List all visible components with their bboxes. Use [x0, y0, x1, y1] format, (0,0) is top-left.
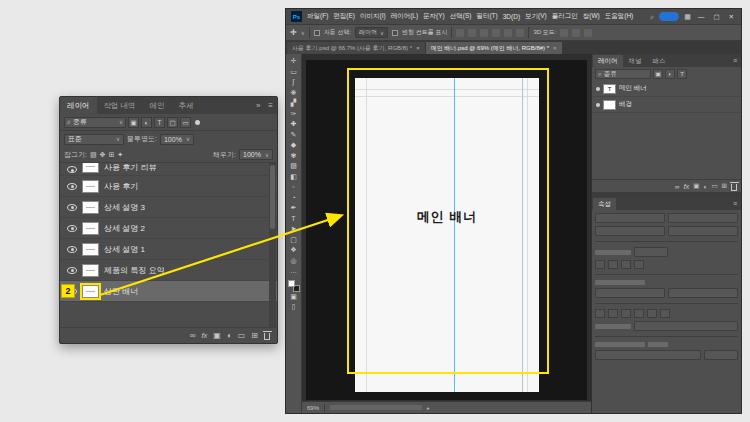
layer-thumbnail[interactable]: T	[603, 84, 616, 94]
menu-layer[interactable]: 레이어(L)	[391, 12, 418, 21]
property-field[interactable]	[595, 288, 665, 298]
filter-shape-layers-icon[interactable]: ▢	[167, 117, 178, 128]
layer-row[interactable]: T 메인 배너	[592, 81, 741, 97]
3d-mode-icon[interactable]	[572, 29, 580, 37]
layer-thumbnail[interactable]	[82, 222, 99, 235]
visibility-eye-icon[interactable]	[596, 103, 600, 107]
document-tab-main-banner[interactable]: 메인 배너.psd @ 69% (메인 배너, RGB/8#) * ×	[426, 42, 562, 54]
layer-row[interactable]: 상세 설명 3	[60, 197, 277, 218]
menu-image[interactable]: 이미지(I)	[360, 12, 386, 21]
property-icon-button[interactable]	[608, 260, 618, 269]
property-icon-button[interactable]	[621, 260, 631, 269]
layer-list-scrollbar[interactable]	[269, 163, 276, 327]
filter-type-layers-icon[interactable]: T	[154, 117, 165, 128]
x-field[interactable]	[595, 226, 665, 236]
spot-healing-tool[interactable]: ✚	[286, 119, 301, 130]
tool-preset-caret-icon[interactable]: ∨	[301, 30, 305, 36]
filter-type-layers-icon[interactable]: T	[677, 69, 687, 79]
layer-row[interactable]: 사용 후기 리뷰	[60, 163, 277, 176]
tab-close-icon[interactable]: ×	[553, 45, 557, 51]
close-button[interactable]: ✕	[727, 13, 736, 21]
eyedropper-tool[interactable]: ✑	[286, 109, 301, 120]
eraser-tool[interactable]: ▨	[286, 161, 301, 172]
auto-select-checkbox[interactable]	[314, 30, 320, 36]
width-field[interactable]	[595, 213, 665, 223]
zoom-level[interactable]: 69%	[307, 405, 319, 411]
align-right-icon[interactable]	[480, 29, 488, 37]
new-group-icon[interactable]: ▭	[238, 331, 246, 340]
blur-tool[interactable]: ◦	[286, 182, 301, 193]
gradient-tool[interactable]: ◧	[286, 172, 301, 183]
filter-pixel-layers-icon[interactable]: ▣	[653, 69, 663, 79]
tab-3[interactable]: 메인	[143, 97, 172, 114]
status-caret-icon[interactable]: ▸	[427, 405, 430, 411]
lock-transparency-icon[interactable]: ▨	[90, 151, 97, 159]
menu-file[interactable]: 파일(F)	[307, 12, 328, 21]
layer-filter-select[interactable]: ⌕ 종류	[595, 69, 651, 79]
layer-name[interactable]: 사용 후기	[104, 181, 138, 192]
filter-adjustment-layers-icon[interactable]: ◐	[141, 117, 152, 128]
maximize-button[interactable]: ▢	[711, 13, 721, 21]
align-center-icon[interactable]	[468, 29, 476, 37]
new-layer-icon[interactable]: ⊞	[251, 331, 258, 340]
align-top-icon[interactable]	[492, 29, 500, 37]
property-field[interactable]	[668, 288, 738, 298]
layer-name[interactable]: 메인 배너	[619, 84, 647, 93]
visibility-eye-icon[interactable]	[67, 267, 77, 274]
move-tool[interactable]: ✛	[286, 56, 301, 67]
menu-select[interactable]: 선택(S)	[450, 12, 472, 21]
3d-mode-icon[interactable]	[584, 29, 592, 37]
layer-thumbnail[interactable]	[82, 243, 99, 256]
screen-mode-icon[interactable]: ▯	[286, 302, 301, 313]
search-icon[interactable]: ⌕	[650, 13, 654, 21]
document-tab-review[interactable]: 사용 후기.psd @ 66.7% (사용 후기, RGB/8) * ×	[287, 42, 425, 54]
visibility-eye-icon[interactable]	[67, 166, 77, 173]
opacity-input[interactable]: 100% ∨	[160, 134, 194, 145]
shape-tool[interactable]: ▢	[286, 235, 301, 246]
filter-adjustment-layers-icon[interactable]: ◐	[665, 69, 675, 79]
workspace-icon[interactable]: ▦	[684, 13, 691, 21]
filter-smart-object-icon[interactable]: ▭	[180, 117, 191, 128]
property-field[interactable]	[634, 321, 738, 331]
pen-tool[interactable]: ✒	[286, 203, 301, 214]
adjustment-layer-icon[interactable]: ◐	[703, 183, 707, 190]
clone-stamp-tool[interactable]: ◆	[286, 140, 301, 151]
share-button[interactable]	[659, 12, 679, 21]
layer-name[interactable]: 제품의 특징 요약	[104, 265, 164, 276]
delete-layer-icon[interactable]	[731, 184, 737, 191]
brush-tool[interactable]: ✎	[286, 130, 301, 141]
layer-effects-icon[interactable]: fx	[683, 182, 689, 191]
layer-name[interactable]: 상세 설명 2	[104, 223, 145, 234]
layer-row[interactable]: 상세 설명 2	[60, 218, 277, 239]
height-field[interactable]	[668, 213, 738, 223]
property-field[interactable]	[634, 247, 668, 257]
new-group-icon[interactable]: ▭	[711, 182, 717, 190]
property-icon-button[interactable]	[595, 260, 605, 269]
tab-properties[interactable]: 속성	[593, 198, 616, 210]
color-swatches[interactable]	[288, 280, 300, 292]
visibility-eye-icon[interactable]	[67, 246, 77, 253]
lock-all-icon[interactable]: ✦	[117, 151, 123, 159]
new-layer-icon[interactable]: ⊞	[722, 182, 727, 190]
panel-menu-icon[interactable]: ≡	[264, 97, 277, 114]
blend-mode-select[interactable]: 표준 ∨	[64, 134, 124, 145]
lasso-tool[interactable]: ∫	[286, 77, 301, 88]
layer-name[interactable]: 상단 배너	[104, 286, 138, 297]
layer-row[interactable]: 상세 설명 1	[60, 239, 277, 260]
visibility-eye-icon[interactable]	[596, 87, 600, 91]
dodge-tool[interactable]: ◔	[286, 193, 301, 204]
tab-4[interactable]: 추세	[172, 97, 201, 114]
visibility-eye-icon[interactable]	[67, 225, 77, 232]
3d-mode-icon[interactable]	[560, 29, 568, 37]
align-icon-button[interactable]	[634, 309, 644, 318]
tab-history[interactable]: 작업 내역	[97, 97, 143, 114]
filter-toggle-icon[interactable]	[195, 120, 200, 125]
panel-menu-icon[interactable]: ≡	[733, 55, 739, 67]
align-icon-button[interactable]	[647, 309, 657, 318]
align-icon-button[interactable]	[608, 309, 618, 318]
layer-thumbnail[interactable]	[82, 264, 99, 277]
layer-thumbnail[interactable]	[603, 100, 616, 110]
property-field[interactable]	[704, 350, 738, 360]
link-layers-icon[interactable]: ∞	[190, 331, 196, 340]
layer-row[interactable]: 제품의 특징 요약	[60, 260, 277, 281]
